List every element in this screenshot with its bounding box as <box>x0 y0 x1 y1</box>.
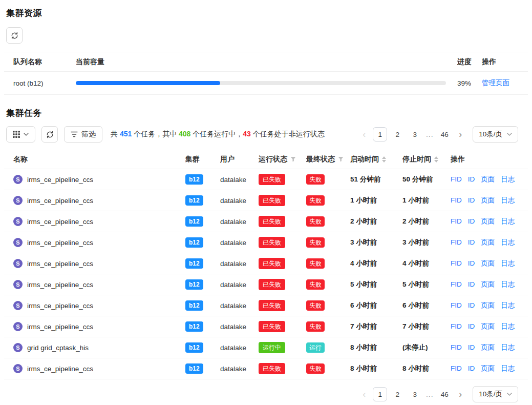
spark-avatar-icon: S <box>13 259 23 268</box>
stop-time: 5 小时前 <box>402 280 451 289</box>
page-button-2[interactable]: 2 <box>390 127 405 141</box>
page-list: 123...46 <box>371 387 453 401</box>
manage-page-link[interactable]: 管理页面 <box>482 79 509 87</box>
action-link-id[interactable]: ID <box>468 343 475 351</box>
stop-time: 8 小时前 <box>402 364 451 373</box>
action-link-fid[interactable]: FID <box>451 280 462 288</box>
run-status-badge: 已失败 <box>259 300 285 311</box>
page-button-3[interactable]: 3 <box>408 127 422 141</box>
action-link-id[interactable]: ID <box>468 238 475 246</box>
action-link-fid[interactable]: FID <box>451 196 462 204</box>
filter-funnel-icon[interactable] <box>290 156 296 162</box>
action-link-fid[interactable]: FID <box>451 259 462 267</box>
action-link-id[interactable]: ID <box>468 364 475 372</box>
action-link-page[interactable]: 页面 <box>481 238 495 246</box>
action-link-log[interactable]: 日志 <box>501 301 515 309</box>
sort-icon[interactable] <box>434 156 438 163</box>
col-user: 用户 <box>220 155 259 164</box>
action-link-page[interactable]: 页面 <box>481 364 495 372</box>
filter-funnel-icon[interactable] <box>338 156 344 162</box>
next-page-icon[interactable]: › <box>453 387 467 401</box>
resources-refresh-button[interactable] <box>6 27 23 44</box>
action-link-page[interactable]: 页面 <box>481 343 495 351</box>
task-table: 名称 集群 用户 运行状态 最终状态 启动时间 停止时间 <box>4 150 528 379</box>
page-button-3[interactable]: 3 <box>408 387 422 401</box>
action-link-fid[interactable]: FID <box>451 322 462 330</box>
stop-time: (未停止) <box>402 343 451 352</box>
stop-time: 3 小时前 <box>402 238 451 247</box>
spark-avatar-icon: S <box>13 238 23 247</box>
spark-avatar-icon: S <box>13 301 23 310</box>
action-link-id[interactable]: ID <box>468 259 475 267</box>
row-actions: FIDID页面日志 <box>451 196 524 205</box>
action-link-log[interactable]: 日志 <box>501 364 515 372</box>
page-button-46[interactable]: 46 <box>437 387 452 401</box>
run-status-badge: 已失败 <box>259 195 285 206</box>
start-time: 2 小时前 <box>350 217 402 226</box>
capacity-progress-bar <box>76 81 446 85</box>
action-link-id[interactable]: ID <box>468 217 475 225</box>
cluster-badge: b12 <box>185 279 203 290</box>
action-link-fid[interactable]: FID <box>451 364 462 372</box>
action-link-log[interactable]: 日志 <box>501 343 515 351</box>
page-button-46[interactable]: 46 <box>437 127 452 141</box>
filter-button[interactable]: 筛选 <box>64 126 102 143</box>
page-size-select[interactable]: 10条/页 <box>473 126 518 143</box>
row-actions: FIDID页面日志 <box>451 217 524 226</box>
action-link-page[interactable]: 页面 <box>481 322 495 330</box>
action-link-page[interactable]: 页面 <box>481 301 495 309</box>
tasks-section-title: 集群任务 <box>6 107 528 119</box>
action-link-fid[interactable]: FID <box>451 301 462 309</box>
action-link-id[interactable]: ID <box>468 280 475 288</box>
action-link-log[interactable]: 日志 <box>501 196 515 204</box>
page-button-1[interactable]: 1 <box>373 127 387 141</box>
task-user: datalake <box>220 197 259 205</box>
action-link-log[interactable]: 日志 <box>501 322 515 330</box>
action-link-log[interactable]: 日志 <box>501 280 515 288</box>
cluster-badge: b12 <box>185 237 203 248</box>
action-link-log[interactable]: 日志 <box>501 259 515 267</box>
action-link-id[interactable]: ID <box>468 175 475 183</box>
next-page-icon[interactable]: › <box>453 127 467 141</box>
action-link-fid[interactable]: FID <box>451 175 462 183</box>
row-actions: FIDID页面日志 <box>451 175 524 184</box>
action-link-log[interactable]: 日志 <box>501 217 515 225</box>
action-link-page[interactable]: 页面 <box>481 175 495 183</box>
action-link-page[interactable]: 页面 <box>481 196 495 204</box>
action-link-id[interactable]: ID <box>468 196 475 204</box>
page: 集群资源 队列名称 当前容量 进度 操作 root (b12) 39% <box>0 0 532 402</box>
action-link-page[interactable]: 页面 <box>481 217 495 225</box>
sort-icon[interactable] <box>382 156 386 163</box>
run-status-badge: 已失败 <box>259 258 285 269</box>
action-link-fid[interactable]: FID <box>451 343 462 351</box>
avatar-letter: S <box>16 218 19 225</box>
filter-button-label: 筛选 <box>81 130 96 139</box>
running-task-count: 408 <box>179 130 190 138</box>
action-link-page[interactable]: 页面 <box>481 259 495 267</box>
action-link-id[interactable]: ID <box>468 301 475 309</box>
col-start-time: 启动时间 <box>350 155 402 164</box>
page-button-2[interactable]: 2 <box>390 387 405 401</box>
page-button-1[interactable]: 1 <box>373 387 387 401</box>
action-link-fid[interactable]: FID <box>451 217 462 225</box>
final-status-badge: 失败 <box>306 321 325 332</box>
run-status-badge: 已失败 <box>259 363 285 374</box>
prev-page-icon[interactable]: ‹ <box>357 387 371 401</box>
resources-table-header: 队列名称 当前容量 进度 操作 <box>4 52 528 72</box>
start-time: 1 小时前 <box>350 196 402 205</box>
action-link-log[interactable]: 日志 <box>501 175 515 183</box>
action-link-id[interactable]: ID <box>468 322 475 330</box>
action-link-fid[interactable]: FID <box>451 238 462 246</box>
row-actions: FIDID页面日志 <box>451 364 524 373</box>
row-actions: FIDID页面日志 <box>451 259 524 268</box>
action-link-log[interactable]: 日志 <box>501 238 515 246</box>
tasks-refresh-button[interactable] <box>41 126 58 143</box>
page-ellipsis: ... <box>423 390 436 398</box>
filter-lines-icon <box>71 131 78 137</box>
page-size-select[interactable]: 10条/页 <box>473 386 518 402</box>
layout-button[interactable] <box>6 126 35 143</box>
action-link-page[interactable]: 页面 <box>481 280 495 288</box>
table-row: S irms_ce_pipeline_ccs b12 datalake 已失败 … <box>4 232 528 253</box>
capacity-cell <box>76 81 457 85</box>
prev-page-icon[interactable]: ‹ <box>357 127 371 141</box>
